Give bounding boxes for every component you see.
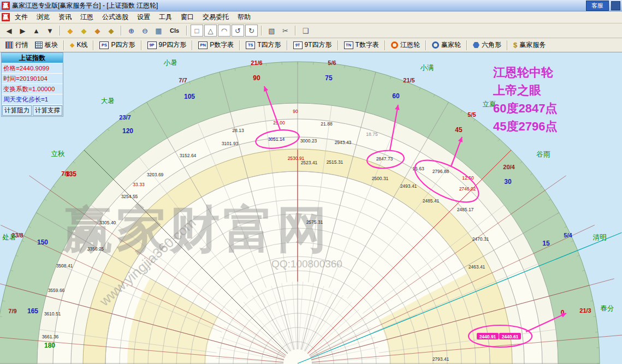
menu-logo-icon: 赢: [2, 13, 10, 21]
menu-item-窗口[interactable]: 窗口: [176, 11, 198, 23]
ribbon-item-gann-wheel[interactable]: 江恩轮: [388, 39, 423, 51]
ribbon-item-t-square[interactable]: TST四方形: [242, 39, 284, 51]
resize-icon[interactable]: ▧: [265, 25, 278, 37]
toolbar-separator: [192, 40, 193, 50]
p-table-label: P数字表: [210, 40, 234, 50]
triangle-tool-icon[interactable]: △: [204, 25, 217, 37]
ribbon-item-9t-square[interactable]: 9T9T四方形: [290, 39, 335, 51]
ribbon-item-p-square[interactable]: PSP四方形: [96, 39, 138, 51]
solar-term-label: 春分: [601, 305, 614, 312]
arc-tool-icon[interactable]: ◠: [218, 25, 230, 37]
hexagon-icon: [473, 42, 479, 48]
highlight-value: 2440.61: [502, 334, 519, 339]
menu-item-帮助[interactable]: 帮助: [233, 11, 255, 23]
back-icon[interactable]: ◀: [3, 25, 15, 37]
degree-label: 30: [504, 178, 512, 186]
instrument-info-panel: 上证指数 价格=2440.9099时间=20190104变换系数=1.00000…: [1, 52, 63, 117]
degree-label: 15: [542, 240, 550, 247]
wheel-value: 3152.64: [180, 153, 197, 158]
gann-wheel-icon: [391, 41, 398, 49]
panel-row-3: 周天变化步长=1: [2, 94, 63, 104]
degree-label: 90: [253, 74, 260, 82]
date-label: 5/6: [328, 59, 336, 66]
wheel-value: 2485.17: [457, 207, 474, 212]
board-label: 板块: [45, 40, 58, 50]
customer-service-button[interactable]: 客服: [586, 1, 609, 11]
down-icon[interactable]: ▼: [44, 25, 56, 37]
ribbon-item-quote[interactable]: 行情: [2, 39, 32, 51]
window-control-icon[interactable]: [611, 1, 620, 10]
t-table-icon: TN: [344, 41, 353, 49]
panel-button-计算支撑[interactable]: 计算支撑: [33, 105, 62, 116]
toolbar-separator: [287, 40, 288, 50]
winner-service-icon: $: [513, 41, 517, 49]
wheel-value: 3305.40: [99, 220, 116, 225]
diamond-3-icon[interactable]: ◆: [91, 25, 104, 37]
menu-item-交易委托[interactable]: 交易委托: [198, 11, 233, 23]
cut-icon[interactable]: ✂: [279, 25, 292, 37]
ribbon-item-9p-square[interactable]: 9P9P四方形: [144, 39, 190, 51]
rotate-left-icon[interactable]: ↺: [232, 25, 244, 37]
quote-label: 行情: [15, 40, 28, 50]
menu-item-文件[interactable]: 文件: [10, 11, 32, 23]
wheel-value: 3051.14: [268, 136, 285, 142]
menu-item-资讯[interactable]: 资讯: [54, 11, 76, 23]
wheel-value: 28.13: [232, 128, 244, 133]
diamond-2-icon[interactable]: ◆: [78, 25, 90, 37]
rotate-right-icon[interactable]: ↻: [245, 25, 258, 37]
cls-button[interactable]: Cls: [166, 25, 183, 37]
solar-term-label: 大暑: [101, 97, 115, 105]
date-label: 21/6: [251, 59, 262, 66]
panel-button-计算阻力[interactable]: 计算阻力: [2, 105, 32, 116]
ribbon-item-kline[interactable]: ◆K线: [67, 39, 91, 51]
menu-item-浏览[interactable]: 浏览: [32, 11, 54, 23]
winner-wheel-label: 赢家轮: [441, 40, 461, 50]
ribbon-item-board[interactable]: 板块: [32, 39, 61, 51]
wheel-value: 2493.41: [400, 183, 417, 189]
ribbon-item-winner-wheel[interactable]: 赢家轮: [429, 39, 464, 51]
wheel-value: 2470.31: [472, 236, 489, 242]
menu-item-江恩[interactable]: 江恩: [76, 11, 98, 23]
wheel-value: 2943.43: [335, 140, 352, 145]
t-table-label: T数字表: [356, 40, 379, 50]
wheel-value: 2463.41: [469, 264, 485, 270]
forward-icon[interactable]: ▶: [16, 25, 29, 37]
wheel-value: 2847.73: [376, 156, 393, 162]
comment-icon[interactable]: ❑: [299, 25, 312, 37]
degree-label: 180: [44, 342, 55, 349]
menu-item-公式选股[interactable]: 公式选股: [98, 11, 133, 23]
p-table-icon: PN: [198, 41, 208, 49]
ribbon-item-hexagon[interactable]: 六角形: [470, 39, 505, 51]
diamond-1-icon[interactable]: ◆: [64, 25, 76, 37]
wheel-value: 2523.41: [301, 160, 318, 165]
ribbon-item-winner-service[interactable]: $赢家服务: [510, 39, 549, 51]
wheel-value: 25.00: [273, 120, 285, 126]
menu-item-工具[interactable]: 工具: [155, 11, 176, 23]
grid-icon[interactable]: ▦: [152, 25, 165, 37]
toolbar-separator: [63, 40, 64, 50]
ribbon-item-p-table[interactable]: PNP数字表: [195, 39, 237, 51]
zoom-out-icon[interactable]: ⊖: [139, 25, 151, 37]
9p-square-icon: 9P: [147, 41, 157, 49]
up-icon[interactable]: ▲: [30, 25, 43, 37]
rect-tool-icon[interactable]: □: [191, 25, 203, 37]
solar-term-label: 小满: [420, 64, 434, 71]
wheel-value: 3508.41: [56, 263, 73, 268]
wheel-value: 3356.25: [87, 246, 104, 252]
menu-item-设置[interactable]: 设置: [133, 11, 155, 23]
panel-row-1: 时间=20190104: [2, 73, 63, 83]
winner-service-label: 赢家服务: [519, 40, 546, 50]
wheel-value: 21.88: [321, 121, 333, 127]
date-label: 7/9: [8, 308, 16, 314]
zoom-in-icon[interactable]: ⊕: [125, 25, 138, 37]
wheel-value: 12.50: [462, 175, 474, 181]
wheel-value: 3203.69: [147, 172, 164, 177]
window-title: 赢家江恩专业版[赢家服务平台] - [上证指数 江恩轮]: [12, 1, 584, 10]
wheel-value: 2485.41: [423, 198, 440, 204]
gann-wheel-canvas[interactable]: 赢家财富网www.yingjia360.comQQ:10080036025.00…: [0, 50, 622, 364]
toolbar-separator: [425, 40, 426, 50]
ribbon-item-t-table[interactable]: TNT数字表: [341, 39, 382, 51]
diamond-4-icon[interactable]: ◆: [105, 25, 117, 37]
wheel-value: 2515.31: [327, 159, 343, 165]
t-square-label: T四方形: [257, 40, 281, 50]
